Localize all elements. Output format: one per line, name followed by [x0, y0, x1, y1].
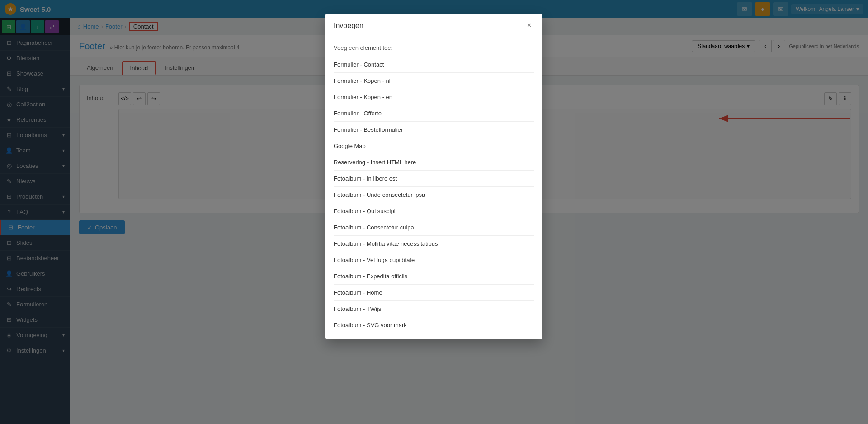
modal-header: Invoegen ×	[326, 14, 542, 38]
modal-item-formulier-bestelformulier[interactable]: Formulier - Bestelformulier	[334, 122, 534, 138]
modal-item-fotoalbum-vel[interactable]: Fotoalbum - Vel fuga cupiditate	[334, 252, 534, 268]
modal-item-fotoalbum-twijs[interactable]: Fotoalbum - TWijs	[334, 301, 534, 317]
modal-item-formulier-contact[interactable]: Formulier - Contact	[334, 57, 534, 73]
modal-item-formulier-kopen-nl[interactable]: Formulier - Kopen - nl	[334, 73, 534, 89]
modal-title: Invoegen	[334, 22, 363, 30]
modal-backdrop[interactable]: Invoegen × Voeg een element toe: Formuli…	[0, 0, 868, 424]
modal-item-fotoalbum-mollitia[interactable]: Fotoalbum - Mollitia vitae necessitatibu…	[334, 236, 534, 252]
modal-item-formulier-kopen-en[interactable]: Formulier - Kopen - en	[334, 89, 534, 105]
modal-item-fotoalbum-qui[interactable]: Fotoalbum - Qui suscipit	[334, 203, 534, 219]
modal-item-fotoalbum-unde[interactable]: Fotoalbum - Unde consectetur ipsa	[334, 187, 534, 203]
modal-item-fotoalbum-in-libero[interactable]: Fotoalbum - In libero est	[334, 171, 534, 187]
modal-item-fotoalbum-home[interactable]: Fotoalbum - Home	[334, 285, 534, 301]
modal-item-formulier-offerte[interactable]: Formulier - Offerte	[334, 105, 534, 122]
modal-body: Voeg een element toe: Formulier - Contac…	[326, 38, 542, 339]
modal-item-fotoalbum-svg[interactable]: Fotoalbum - SVG voor mark	[334, 317, 534, 333]
modal-subtitle: Voeg een element toe:	[334, 44, 534, 51]
modal-item-fotoalbum-consectetur[interactable]: Fotoalbum - Consectetur culpa	[334, 219, 534, 236]
modal-close-button[interactable]: ×	[524, 20, 534, 31]
modal-item-fotoalbum-expedita[interactable]: Fotoalbum - Expedita officiis	[334, 268, 534, 285]
modal-item-reservering[interactable]: Reservering - Insert HTML here	[334, 154, 534, 171]
modal-item-google-map[interactable]: Google Map	[334, 138, 534, 154]
invoegen-modal: Invoegen × Voeg een element toe: Formuli…	[326, 14, 542, 339]
